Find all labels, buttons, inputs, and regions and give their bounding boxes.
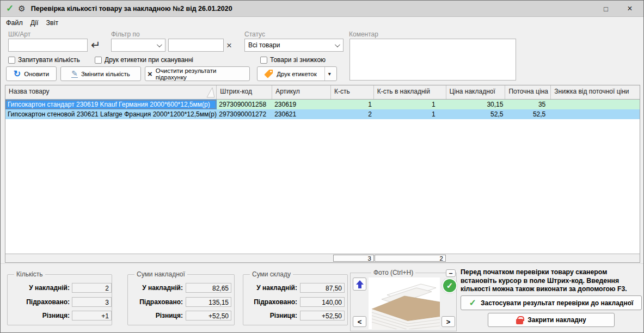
change-quantity-button[interactable]: ✎ Змінити кількість [60,66,141,81]
column-header-price-current[interactable]: Поточна ціна [505,85,551,99]
photo-prev-button[interactable]: < [353,316,366,327]
print-labels-button[interactable]: Друк етикеток ▾ [257,66,337,81]
stock-sums-group-title: Суми складу [250,270,293,278]
gear-icon: ⚙ [18,4,25,14]
column-header-barcode[interactable]: Штрих-код [217,85,272,99]
filter-text-input[interactable] [168,39,224,52]
table-empty-area [5,119,640,254]
cell-price-current[interactable]: 52,5 [505,109,551,119]
ask-quantity-checkbox[interactable]: Запитувати кількість [8,55,80,64]
menu-actions[interactable]: Дії [30,19,39,27]
title-bar: ✓ ⚙ Перевірка кількості товару за наклад… [1,1,643,17]
cell-discount[interactable] [551,109,640,119]
checkbox-label: Товари зі знижкою [270,56,326,64]
checkbox-label: Друк етикетки при скануванні [105,56,193,64]
apply-results-button[interactable]: ✓ Застосувати результат перевірки до нак… [461,295,642,310]
check-icon: ✓ [469,298,476,308]
clear-filter-icon[interactable]: × [226,40,232,51]
enter-icon: ↵ [91,39,101,52]
cell-name[interactable]: Гипсокартон стеновой 230621 Lafarge Фран… [5,109,217,119]
total-qty: 3 [333,255,374,262]
up-arrow-icon [356,280,364,288]
stock-sum-difference-label: Різниця: [247,312,297,319]
table-totals-row: 3 2 [5,254,640,262]
comment-textarea[interactable] [349,39,516,81]
x-icon: × [148,69,152,78]
stock-sum-counted-value: 140,00 [300,297,345,307]
stock-sums-group: Суми складу У накладній: 87,50 Підрахова… [243,274,348,325]
sort-icon [206,87,215,98]
photo-status-check-icon: ✓ [442,278,457,293]
qty-counted-label: Підраховано: [11,298,70,306]
qty-difference-value: +1 [72,311,112,320]
column-header-qty[interactable]: К-сть [331,85,374,99]
menu-report[interactable]: Звіт [46,19,58,27]
photo-next-button[interactable]: > [441,316,455,327]
table-row[interactable]: Гипсокартон стеновой 230621 Lafarge Фран… [5,109,640,119]
footer-divider [1,263,643,264]
column-header-article[interactable]: Артикул [272,85,331,99]
minus-icon: – [449,269,453,277]
column-header-name[interactable]: Назва товару [5,85,217,99]
menu-file[interactable]: Файл [6,19,23,27]
cell-price-current[interactable]: 35 [505,100,551,109]
stock-sum-difference-value: +52,50 [300,311,345,320]
window-title: Перевірка кількості товару за накладною … [31,5,232,13]
status-label: Статус [244,30,265,38]
invoice-sums-group-title: Суми накладної [134,270,187,278]
check-icon: ✓ [6,3,14,14]
photo-collapse-button[interactable]: – [446,269,456,277]
checkbox-icon[interactable] [95,57,102,64]
checkbox-icon[interactable] [260,57,267,64]
invoice-sum-difference-value: +52,50 [186,311,231,320]
cell-article[interactable]: 230621 [272,109,331,119]
print-labels-dropdown[interactable]: ▾ [324,67,334,81]
cell-price-invoice[interactable]: 52,5 [446,109,506,119]
discounted-goods-checkbox[interactable]: Товари зі знижкою [260,55,326,64]
invoice-sum-invoice-value: 82,65 [186,283,231,293]
right-arrow-icon: > [446,318,451,326]
clear-results-button[interactable]: × Очистити результати підрахунку [145,66,250,81]
status-value: Всі товари [248,41,280,49]
cell-qty[interactable]: 1 [331,100,374,109]
filter-by-select[interactable] [111,39,165,52]
invoice-sum-counted-value: 135,15 [186,297,231,307]
comment-label: Коментар [349,30,378,38]
stock-sum-invoice-value: 87,50 [300,283,345,293]
cell-qty-invoice[interactable]: 1 [374,109,446,119]
cell-discount[interactable] [551,100,640,109]
checkbox-label: Запитувати кількість [18,56,80,64]
column-header-qty-invoice[interactable]: К-сть в накладній [374,85,446,99]
qty-counted-value: 3 [72,297,112,307]
total-qty-invoice: 2 [375,255,446,262]
table-header-row: Назва товару Штрих-код Артикул К-сть К-с… [5,85,640,100]
cell-price-invoice[interactable]: 30,15 [446,100,506,109]
products-table: Назва товару Штрих-код Артикул К-сть К-с… [5,85,640,263]
column-header-discount[interactable]: Знижка від поточної ціни [551,85,640,99]
cell-qty[interactable]: 2 [331,109,374,119]
barcode-input[interactable] [8,39,88,52]
status-select[interactable]: Всі товари [244,39,344,52]
column-header-price-invoice[interactable]: Ціна накладної [446,85,506,99]
table-row[interactable]: Гипсокартон стандарт 230619 Knauf Герман… [5,100,640,109]
cell-article[interactable]: 230619 [272,100,331,109]
refresh-button[interactable]: ↻ Оновити [6,66,57,81]
qty-difference-label: Різниця: [11,312,70,319]
cell-name[interactable]: Гипсокартон стандарт 230619 Knauf Герман… [5,100,217,109]
lock-icon [516,319,523,324]
maximize-button[interactable]: □ [598,3,614,15]
close-button[interactable]: × [622,3,638,15]
cell-qty-invoice[interactable]: 1 [374,100,446,109]
close-invoice-button[interactable]: Закрити накладну [488,313,615,327]
cell-barcode[interactable]: 2973090001258 [217,100,272,109]
cell-barcode[interactable]: 2973090001272 [217,109,272,119]
menu-bar: Файл Дії Звіт [1,17,643,29]
checkbox-icon[interactable] [8,57,15,64]
tag-icon [264,69,273,78]
qty-invoice-label: У накладній: [11,284,70,292]
invoice-sum-counted-label: Підраховано: [131,298,183,306]
invoice-sum-invoice-label: У накладній: [131,284,183,292]
print-label-on-scan-checkbox[interactable]: Друк етикетки при скануванні [95,55,193,64]
photo-upload-button[interactable] [353,278,366,291]
chevron-down-icon [157,42,162,47]
